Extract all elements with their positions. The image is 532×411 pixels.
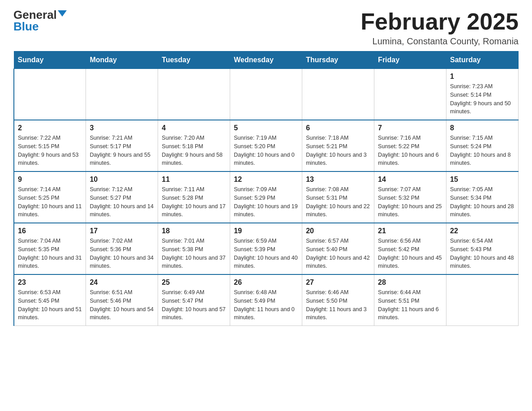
- day-number: 16: [18, 227, 82, 235]
- calendar-cell: 19Sunrise: 6:59 AM Sunset: 5:39 PM Dayli…: [230, 223, 302, 274]
- calendar-cell: 9Sunrise: 7:14 AM Sunset: 5:25 PM Daylig…: [14, 171, 86, 223]
- day-info: Sunrise: 6:56 AM Sunset: 5:42 PM Dayligh…: [378, 237, 442, 270]
- calendar-cell: 17Sunrise: 7:02 AM Sunset: 5:36 PM Dayli…: [86, 223, 158, 274]
- calendar-cell: 21Sunrise: 6:56 AM Sunset: 5:42 PM Dayli…: [374, 223, 446, 274]
- day-info: Sunrise: 6:54 AM Sunset: 5:43 PM Dayligh…: [450, 237, 515, 270]
- day-info: Sunrise: 6:49 AM Sunset: 5:47 PM Dayligh…: [162, 288, 226, 322]
- day-number: 18: [162, 227, 226, 235]
- day-number: 9: [18, 176, 82, 184]
- day-info: Sunrise: 7:08 AM Sunset: 5:31 PM Dayligh…: [306, 185, 370, 219]
- calendar-cell: [86, 69, 158, 120]
- logo-triangle-icon: [58, 10, 67, 17]
- day-number: 21: [378, 227, 442, 235]
- day-number: 1: [450, 73, 515, 81]
- day-info: Sunrise: 7:15 AM Sunset: 5:24 PM Dayligh…: [450, 134, 515, 167]
- calendar-cell: 4Sunrise: 7:20 AM Sunset: 5:18 PM Daylig…: [158, 120, 230, 171]
- day-info: Sunrise: 6:44 AM Sunset: 5:51 PM Dayligh…: [378, 288, 442, 322]
- day-of-week-friday: Friday: [374, 51, 446, 69]
- day-number: 14: [378, 176, 442, 184]
- day-info: Sunrise: 7:16 AM Sunset: 5:22 PM Dayligh…: [378, 134, 442, 167]
- calendar-cell: 24Sunrise: 6:51 AM Sunset: 5:46 PM Dayli…: [86, 274, 158, 326]
- day-number: 24: [90, 278, 154, 287]
- calendar-cell: [446, 274, 519, 326]
- page-header: General Blue February 2025 Lumina, Const…: [13, 9, 519, 47]
- day-number: 12: [234, 176, 298, 184]
- day-number: 13: [306, 176, 370, 184]
- day-number: 20: [306, 227, 370, 235]
- day-info: Sunrise: 7:07 AM Sunset: 5:32 PM Dayligh…: [378, 185, 442, 219]
- calendar-cell: 7Sunrise: 7:16 AM Sunset: 5:22 PM Daylig…: [374, 120, 446, 171]
- day-number: 28: [378, 278, 442, 287]
- day-number: 15: [450, 176, 515, 184]
- day-info: Sunrise: 6:46 AM Sunset: 5:50 PM Dayligh…: [306, 288, 370, 322]
- day-number: 27: [306, 278, 370, 287]
- calendar-cell: [230, 69, 302, 120]
- logo: General Blue: [13, 9, 67, 32]
- day-number: 17: [90, 227, 154, 235]
- day-info: Sunrise: 7:12 AM Sunset: 5:27 PM Dayligh…: [90, 185, 154, 219]
- calendar-cell: 2Sunrise: 7:22 AM Sunset: 5:15 PM Daylig…: [14, 120, 86, 171]
- calendar-cell: 28Sunrise: 6:44 AM Sunset: 5:51 PM Dayli…: [374, 274, 446, 326]
- week-row-5: 23Sunrise: 6:53 AM Sunset: 5:45 PM Dayli…: [14, 274, 519, 326]
- day-info: Sunrise: 7:22 AM Sunset: 5:15 PM Dayligh…: [18, 134, 82, 167]
- calendar-subtitle: Lumina, Constanta County, Romania: [360, 36, 519, 47]
- day-number: 6: [306, 124, 370, 132]
- day-of-week-tuesday: Tuesday: [158, 51, 230, 69]
- day-number: 11: [162, 176, 226, 184]
- day-of-week-saturday: Saturday: [446, 51, 519, 69]
- calendar-cell: 25Sunrise: 6:49 AM Sunset: 5:47 PM Dayli…: [158, 274, 230, 326]
- day-of-week-thursday: Thursday: [302, 51, 374, 69]
- calendar-cell: 18Sunrise: 7:01 AM Sunset: 5:38 PM Dayli…: [158, 223, 230, 274]
- calendar-cell: 13Sunrise: 7:08 AM Sunset: 5:31 PM Dayli…: [302, 171, 374, 223]
- day-of-week-sunday: Sunday: [14, 51, 86, 69]
- day-number: 10: [90, 176, 154, 184]
- calendar-cell: 12Sunrise: 7:09 AM Sunset: 5:29 PM Dayli…: [230, 171, 302, 223]
- calendar-cell: 16Sunrise: 7:04 AM Sunset: 5:35 PM Dayli…: [14, 223, 86, 274]
- day-info: Sunrise: 7:23 AM Sunset: 5:14 PM Dayligh…: [450, 82, 515, 116]
- day-info: Sunrise: 7:20 AM Sunset: 5:18 PM Dayligh…: [162, 134, 226, 167]
- calendar-cell: 14Sunrise: 7:07 AM Sunset: 5:32 PM Dayli…: [374, 171, 446, 223]
- calendar-cell: 10Sunrise: 7:12 AM Sunset: 5:27 PM Dayli…: [86, 171, 158, 223]
- logo-blue-text: Blue: [13, 21, 39, 32]
- day-of-week-wednesday: Wednesday: [230, 51, 302, 69]
- day-info: Sunrise: 6:57 AM Sunset: 5:40 PM Dayligh…: [306, 237, 370, 270]
- day-info: Sunrise: 6:53 AM Sunset: 5:45 PM Dayligh…: [18, 288, 82, 322]
- week-row-2: 2Sunrise: 7:22 AM Sunset: 5:15 PM Daylig…: [14, 120, 519, 171]
- calendar-cell: [302, 69, 374, 120]
- calendar-cell: 6Sunrise: 7:18 AM Sunset: 5:21 PM Daylig…: [302, 120, 374, 171]
- calendar-cell: [14, 69, 86, 120]
- week-row-3: 9Sunrise: 7:14 AM Sunset: 5:25 PM Daylig…: [14, 171, 519, 223]
- calendar-cell: [374, 69, 446, 120]
- day-number: 4: [162, 124, 226, 132]
- day-number: 7: [378, 124, 442, 132]
- day-number: 26: [234, 278, 298, 287]
- day-info: Sunrise: 7:14 AM Sunset: 5:25 PM Dayligh…: [18, 185, 82, 219]
- day-info: Sunrise: 7:01 AM Sunset: 5:38 PM Dayligh…: [162, 237, 226, 270]
- day-number: 2: [18, 124, 82, 132]
- calendar-cell: 23Sunrise: 6:53 AM Sunset: 5:45 PM Dayli…: [14, 274, 86, 326]
- day-info: Sunrise: 7:05 AM Sunset: 5:34 PM Dayligh…: [450, 185, 515, 219]
- day-number: 23: [18, 278, 82, 287]
- day-number: 19: [234, 227, 298, 235]
- calendar-table: SundayMondayTuesdayWednesdayThursdayFrid…: [13, 51, 519, 326]
- calendar-cell: 3Sunrise: 7:21 AM Sunset: 5:17 PM Daylig…: [86, 120, 158, 171]
- day-number: 22: [450, 227, 515, 235]
- day-info: Sunrise: 6:48 AM Sunset: 5:49 PM Dayligh…: [234, 288, 298, 322]
- day-info: Sunrise: 7:09 AM Sunset: 5:29 PM Dayligh…: [234, 185, 298, 219]
- calendar-cell: 26Sunrise: 6:48 AM Sunset: 5:49 PM Dayli…: [230, 274, 302, 326]
- logo-general-text: General: [13, 9, 57, 21]
- day-info: Sunrise: 7:04 AM Sunset: 5:35 PM Dayligh…: [18, 237, 82, 270]
- title-section: February 2025 Lumina, Constanta County, …: [360, 9, 519, 47]
- week-row-1: 1Sunrise: 7:23 AM Sunset: 5:14 PM Daylig…: [14, 69, 519, 120]
- calendar-cell: 11Sunrise: 7:11 AM Sunset: 5:28 PM Dayli…: [158, 171, 230, 223]
- calendar-title: February 2025: [360, 9, 519, 34]
- calendar-cell: 15Sunrise: 7:05 AM Sunset: 5:34 PM Dayli…: [446, 171, 519, 223]
- calendar-cell: 1Sunrise: 7:23 AM Sunset: 5:14 PM Daylig…: [446, 69, 519, 120]
- days-of-week-row: SundayMondayTuesdayWednesdayThursdayFrid…: [14, 51, 519, 69]
- calendar-cell: 8Sunrise: 7:15 AM Sunset: 5:24 PM Daylig…: [446, 120, 519, 171]
- day-info: Sunrise: 7:21 AM Sunset: 5:17 PM Dayligh…: [90, 134, 154, 167]
- day-number: 3: [90, 124, 154, 132]
- calendar-cell: [158, 69, 230, 120]
- day-info: Sunrise: 7:19 AM Sunset: 5:20 PM Dayligh…: [234, 134, 298, 167]
- day-number: 5: [234, 124, 298, 132]
